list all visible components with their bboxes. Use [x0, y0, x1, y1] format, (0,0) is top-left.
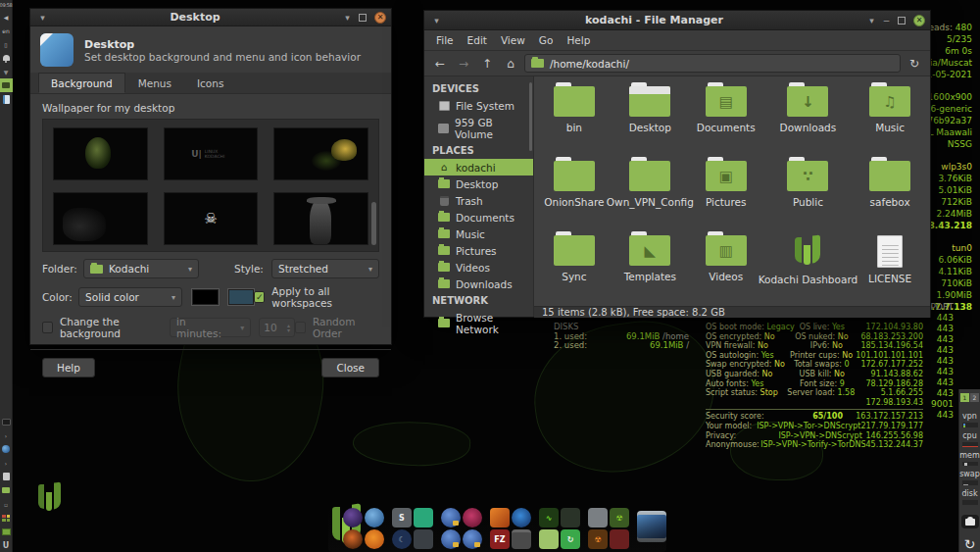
path-bar[interactable]: /home/kodachi/ — [524, 54, 901, 73]
back-icon[interactable]: ← — [430, 55, 450, 73]
wallpaper-thumbnail-skull[interactable]: ☠ — [164, 192, 259, 245]
tor-browser-icon[interactable] — [343, 508, 363, 527]
file-item-sync[interactable]: Sync — [542, 231, 607, 306]
workspace-pager-icon[interactable] — [0, 511, 13, 525]
file-archive-icon[interactable] — [512, 529, 531, 549]
menu-help[interactable]: Help — [561, 32, 596, 48]
forward-icon[interactable]: → — [454, 55, 473, 73]
folder-dropdown[interactable]: Kodachi▾ — [83, 259, 199, 278]
interval-spinner[interactable]: 10▴▾ — [259, 318, 295, 337]
change-background-checkbox[interactable] — [42, 322, 53, 333]
clipboard-icon[interactable] — [0, 470, 13, 483]
tab-icons[interactable]: Icons — [184, 73, 236, 93]
sidebar-item-desktop[interactable]: Desktop — [424, 176, 533, 192]
file-item-documents[interactable]: ▤Documents — [694, 82, 759, 157]
color-swatch-1[interactable] — [192, 289, 219, 305]
lock-screen-icon[interactable] — [961, 515, 979, 528]
file-item-kodachi-dashboard[interactable]: Kodachi Dashboard — [759, 231, 858, 306]
settings-titlebar[interactable]: ▾ Desktop ▾ ✕ — [30, 9, 391, 26]
display-settings-icon[interactable] — [637, 511, 666, 542]
printer-icon[interactable] — [588, 508, 608, 527]
file-item-templates[interactable]: ◣Templates — [607, 231, 694, 306]
gamepad-icon[interactable] — [561, 508, 580, 527]
wallpaper-thumbnail-dark[interactable] — [53, 192, 148, 245]
display-shortcut-icon[interactable] — [0, 525, 13, 538]
kodachi-dock-logo[interactable] — [328, 504, 335, 549]
wallpaper-thumbnail-figure[interactable] — [273, 192, 368, 245]
chevron-right-icon[interactable]: › — [0, 456, 13, 470]
sidebar-item-music[interactable]: Music — [424, 226, 533, 242]
help-button[interactable]: Help — [42, 358, 95, 377]
power-manager-icon[interactable]: ▯ — [0, 37, 13, 51]
minimize-icon[interactable]: − — [879, 16, 894, 25]
wallpaper-thumbnail-kodachi-logo[interactable]: U|LINUX KODACHI — [164, 127, 259, 180]
workspace-2[interactable]: 2 — [970, 393, 979, 402]
file-item-pictures[interactable]: ▣Pictures — [694, 157, 759, 231]
sidebar-item-browse-network[interactable]: Browse Network — [424, 309, 533, 337]
radiation-green-icon[interactable]: ☢ — [610, 508, 629, 527]
keyboard-layout-indicator[interactable]: en — [0, 24, 13, 37]
close-icon[interactable]: ✕ — [374, 12, 386, 24]
home-icon[interactable]: ⌂ — [501, 55, 520, 73]
keyboard-key-icon[interactable] — [0, 415, 13, 428]
file-item-downloads[interactable]: ↓Downloads — [759, 82, 858, 157]
secure-browser-icon[interactable] — [441, 508, 461, 527]
refresh-app-icon[interactable]: ↻ — [561, 529, 580, 549]
restart-icon[interactable]: ↻ — [964, 536, 976, 552]
maximize-icon[interactable] — [359, 14, 367, 22]
peripherals-icon[interactable] — [414, 529, 433, 549]
firefox-esr-icon[interactable] — [343, 529, 363, 549]
maximize-icon[interactable] — [898, 17, 906, 25]
stick-window-icon[interactable]: ▾ — [340, 13, 355, 23]
radiation-orange-icon[interactable]: ☢ — [588, 529, 608, 549]
tor-globe-icon[interactable] — [0, 442, 13, 456]
file-item-safebox[interactable]: safebox — [858, 157, 922, 231]
network-indicator-icon[interactable]: ▼ — [0, 65, 13, 78]
midnight-app-icon[interactable]: ☾ — [392, 529, 412, 549]
sidebar-scrollbar[interactable] — [529, 82, 532, 151]
wallpaper-scrollbar[interactable] — [371, 202, 376, 245]
health-monitor-icon[interactable]: ∿ — [539, 508, 559, 527]
network-map-icon[interactable] — [512, 508, 531, 527]
file-item-public[interactable]: ∵Public — [759, 157, 858, 231]
window-menu-icon[interactable]: ▾ — [35, 13, 50, 23]
up-icon[interactable]: ↑ — [477, 55, 497, 73]
vpn-browser-icon[interactable] — [441, 529, 461, 549]
workspace-switcher[interactable]: 1 2 — [960, 393, 979, 402]
firefox-icon[interactable] — [365, 529, 384, 549]
file-item-bin[interactable]: bin — [542, 82, 607, 157]
menu-go[interactable]: Go — [533, 32, 560, 48]
interval-dropdown[interactable]: in minutes:▾ — [170, 318, 251, 337]
sidebar-item-downloads[interactable]: Downloads — [424, 276, 533, 292]
sidebar-item-volume[interactable]: 959 GB Volume — [424, 114, 533, 142]
sidebar-item-videos[interactable]: Videos — [424, 259, 533, 276]
folder-shortcut-icon[interactable] — [0, 483, 13, 497]
wallpaper-thumbnail-gold-mask[interactable] — [273, 127, 368, 180]
privacy-app-icon[interactable] — [463, 508, 482, 527]
close-icon[interactable]: ✕ — [913, 15, 925, 26]
tab-menus[interactable]: Menus — [125, 73, 184, 93]
taskbar-item-file-manager[interactable] — [0, 92, 13, 106]
style-dropdown[interactable]: Stretched▾ — [271, 259, 379, 278]
file-item-own-vpn-config[interactable]: Own_VPN_Config — [607, 157, 694, 231]
file-item-desktop[interactable]: Desktop — [607, 82, 694, 157]
menu-edit[interactable]: Edit — [462, 32, 493, 48]
proxy-browser-icon[interactable] — [463, 529, 482, 549]
system-monitor-icon[interactable] — [539, 529, 559, 549]
reload-icon[interactable]: ↻ — [905, 55, 924, 73]
settings-manager-icon[interactable]: S — [392, 508, 412, 527]
volume-icon[interactable]: ◀ — [0, 10, 13, 24]
random-order-checkbox[interactable] — [295, 322, 306, 333]
color-swatch-2[interactable] — [228, 289, 255, 305]
sidebar-item-kodachi[interactable]: ⌂kodachi — [424, 159, 533, 176]
menu-file[interactable]: File — [430, 32, 460, 48]
workspace-1[interactable]: 1 — [960, 393, 969, 402]
safe-box-icon[interactable] — [610, 529, 629, 549]
window-button-icon[interactable]: ▫ — [0, 497, 13, 511]
sidebar-item-file-system[interactable]: File System — [424, 97, 533, 114]
file-item-music[interactable]: ♫Music — [858, 82, 922, 157]
file-item-videos[interactable]: ▥Videos — [694, 231, 759, 306]
sidebar-item-trash[interactable]: Trash — [424, 192, 533, 209]
kodachi-menu-icon[interactable]: U — [0, 538, 13, 552]
notifications-bell-icon[interactable] — [0, 51, 13, 65]
